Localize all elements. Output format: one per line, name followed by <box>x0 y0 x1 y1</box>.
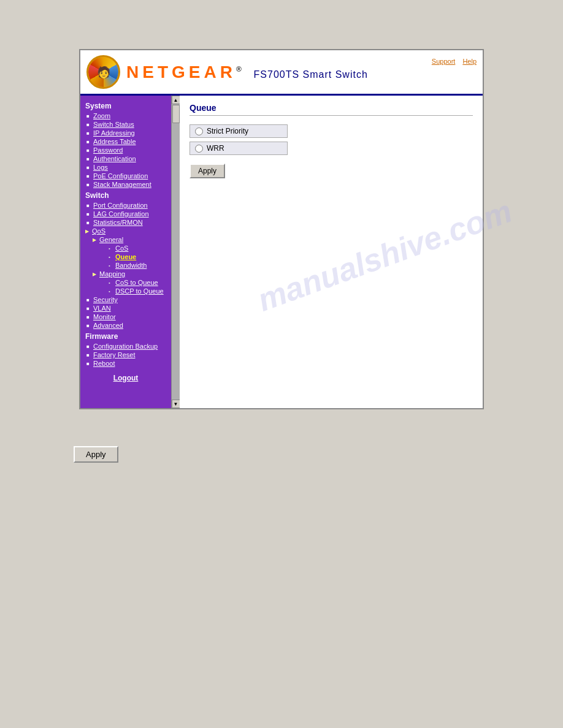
content-title: Queue <box>190 103 473 116</box>
sidebar-link-switch-status[interactable]: Switch Status <box>93 121 134 128</box>
qos-submenu: ▶ General • CoS • Queue <box>80 235 171 295</box>
bullet-icon: ■ <box>86 297 91 303</box>
scroll-up-arrow[interactable]: ▲ <box>172 96 180 104</box>
bullet-icon: ■ <box>86 165 91 170</box>
bottom-apply-button[interactable]: Apply <box>74 446 118 463</box>
firmware-section-title: Firmware <box>80 330 171 342</box>
sidebar-item-qos[interactable]: ▶ QoS <box>80 227 171 235</box>
sidebar-item-address-table[interactable]: ■ Address Table <box>80 137 171 146</box>
bullet-icon: ■ <box>86 139 91 145</box>
sidebar-link-factory-reset[interactable]: Factory Reset <box>93 351 135 358</box>
strict-priority-radio[interactable] <box>195 127 203 135</box>
bullet-icon: ■ <box>86 344 91 349</box>
system-section-title: System <box>80 99 171 112</box>
sidebar-item-authentication[interactable]: ■ Authentication <box>80 154 171 163</box>
bullet-icon: ■ <box>86 323 91 328</box>
bullet-icon: • <box>109 263 113 268</box>
sidebar-link-authentication[interactable]: Authentication <box>93 155 136 162</box>
support-link[interactable]: Support <box>432 58 456 65</box>
sidebar-scrollbar[interactable]: ▲ ▼ <box>171 96 180 408</box>
sidebar-item-security[interactable]: ■ Security <box>80 295 171 304</box>
sidebar-link-queue[interactable]: Queue <box>115 253 136 260</box>
sidebar-item-switch-status[interactable]: ■ Switch Status <box>80 120 171 129</box>
sidebar-link-cos[interactable]: CoS <box>115 245 128 252</box>
brand-title: NETGEAR® FS700TS Smart Switch <box>126 63 368 82</box>
sidebar-item-logs[interactable]: ■ Logs <box>80 163 171 172</box>
sidebar-link-lag-configuration[interactable]: LAG Configuration <box>93 210 149 218</box>
sidebar-link-stack-management[interactable]: Stack Management <box>93 181 151 188</box>
sidebar-link-zoom[interactable]: Zoom <box>93 112 110 119</box>
wrr-row[interactable]: WRR <box>190 142 288 155</box>
sidebar-item-general[interactable]: ▶ General <box>90 235 171 244</box>
sidebar-item-monitor[interactable]: ■ Monitor <box>80 313 171 321</box>
sidebar-item-reboot[interactable]: ■ Reboot <box>80 359 171 368</box>
sidebar-link-general[interactable]: General <box>99 236 123 243</box>
content-area: manualshive.com Queue Strict Priority WR… <box>180 96 483 408</box>
sidebar-item-dscp-to-queue[interactable]: • DSCP to Queue <box>107 287 171 295</box>
sidebar-link-logs[interactable]: Logs <box>93 164 108 171</box>
general-submenu: • CoS • Queue • Bandwidth <box>90 244 171 270</box>
sidebar-item-poe-configuration[interactable]: ■ PoE Configuration <box>80 172 171 180</box>
bullet-icon: ■ <box>86 211 91 217</box>
sidebar-link-statistics-rmon[interactable]: Statistics/RMON <box>93 219 143 226</box>
bullet-icon: • <box>109 246 113 251</box>
logout-row[interactable]: Logout <box>80 368 171 389</box>
sidebar-link-address-table[interactable]: Address Table <box>93 138 136 145</box>
scroll-down-arrow[interactable]: ▼ <box>172 400 180 408</box>
main-layout: System ■ Zoom ■ Switch Status ■ IP Addre… <box>80 96 483 408</box>
sidebar-link-password[interactable]: Password <box>93 146 123 154</box>
sidebar-link-ip-addressing[interactable]: IP Addressing <box>93 129 135 137</box>
help-link[interactable]: Help <box>462 58 477 65</box>
sidebar-item-cos-to-queue[interactable]: • CoS to Queue <box>107 278 171 287</box>
sidebar-link-dscp-to-queue[interactable]: DSCP to Queue <box>115 287 164 295</box>
sidebar-item-config-backup[interactable]: ■ Configuration Backup <box>80 342 171 351</box>
strict-priority-row[interactable]: Strict Priority <box>190 124 288 138</box>
sidebar-link-config-backup[interactable]: Configuration Backup <box>93 343 158 350</box>
sidebar-link-port-configuration[interactable]: Port Configuration <box>93 202 148 209</box>
scroll-track <box>172 104 180 400</box>
wrr-radio[interactable] <box>195 145 203 153</box>
scroll-thumb[interactable] <box>172 105 180 123</box>
sidebar-link-vlan[interactable]: VLAN <box>93 305 111 312</box>
netgear-logo: 🧑 <box>86 55 120 89</box>
sidebar-item-factory-reset[interactable]: ■ Factory Reset <box>80 351 171 359</box>
sidebar-item-lag-configuration[interactable]: ■ LAG Configuration <box>80 210 171 218</box>
bullet-icon: ■ <box>86 352 91 358</box>
page-wrapper: 🧑 NETGEAR® FS700TS Smart Switch Support … <box>0 0 563 728</box>
header-logo: 🧑 NETGEAR® FS700TS Smart Switch <box>86 55 368 89</box>
bullet-icon: ■ <box>86 131 91 136</box>
bullet-icon: ■ <box>86 148 91 153</box>
sidebar-item-mapping[interactable]: ▶ Mapping <box>90 270 171 278</box>
bullet-icon: ■ <box>86 314 91 320</box>
apply-button[interactable]: Apply <box>190 164 225 178</box>
sidebar-link-advanced[interactable]: Advanced <box>93 322 123 329</box>
sidebar-link-bandwidth[interactable]: Bandwidth <box>115 262 147 269</box>
sidebar-link-cos-to-queue[interactable]: CoS to Queue <box>115 279 158 286</box>
sidebar-item-statistics-rmon[interactable]: ■ Statistics/RMON <box>80 218 171 227</box>
sidebar-link-poe-configuration[interactable]: PoE Configuration <box>93 172 148 180</box>
sidebar-item-vlan[interactable]: ■ VLAN <box>80 304 171 313</box>
header: 🧑 NETGEAR® FS700TS Smart Switch Support … <box>80 50 483 96</box>
sidebar: System ■ Zoom ■ Switch Status ■ IP Addre… <box>80 96 171 408</box>
sidebar-item-zoom[interactable]: ■ Zoom <box>80 112 171 120</box>
bullet-icon: ■ <box>86 173 91 179</box>
sidebar-item-password[interactable]: ■ Password <box>80 146 171 154</box>
sidebar-item-advanced[interactable]: ■ Advanced <box>80 321 171 330</box>
sidebar-item-port-configuration[interactable]: ■ Port Configuration <box>80 201 171 210</box>
bullet-icon: • <box>109 280 113 286</box>
sidebar-container: System ■ Zoom ■ Switch Status ■ IP Addre… <box>80 96 180 408</box>
logout-link[interactable]: Logout <box>113 374 139 382</box>
sidebar-item-queue[interactable]: • Queue <box>107 252 171 261</box>
sidebar-item-stack-management[interactable]: ■ Stack Management <box>80 180 171 189</box>
sidebar-link-reboot[interactable]: Reboot <box>93 360 115 367</box>
bullet-icon: • <box>109 254 113 260</box>
brand-name: NETGEAR® FS700TS Smart Switch <box>126 63 368 82</box>
bullet-icon: ■ <box>86 122 91 127</box>
sidebar-item-ip-addressing[interactable]: ■ IP Addressing <box>80 129 171 137</box>
sidebar-item-bandwidth[interactable]: • Bandwidth <box>107 261 171 270</box>
sidebar-link-security[interactable]: Security <box>93 296 118 303</box>
sidebar-item-cos[interactable]: • CoS <box>107 244 171 252</box>
sidebar-link-mapping[interactable]: Mapping <box>99 270 125 278</box>
sidebar-link-qos[interactable]: QoS <box>92 227 105 235</box>
sidebar-link-monitor[interactable]: Monitor <box>93 313 116 320</box>
